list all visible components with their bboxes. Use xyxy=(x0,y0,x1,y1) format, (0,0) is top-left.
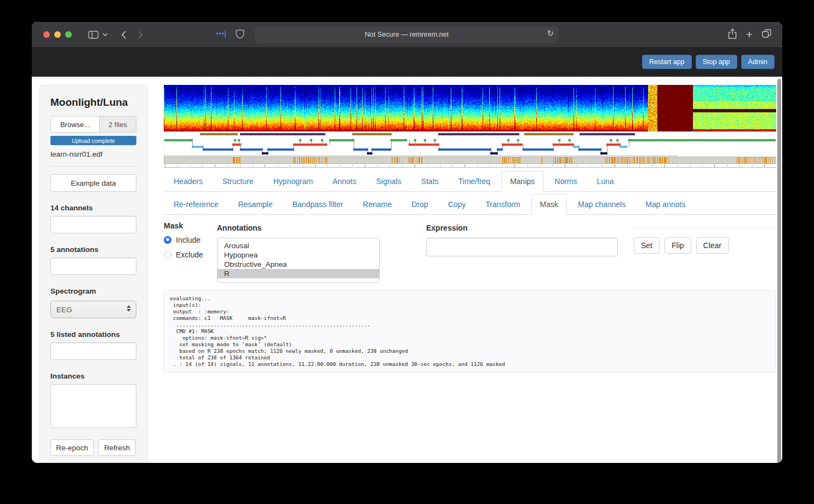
files-count-chip: 2 files xyxy=(100,116,136,133)
annotation-option[interactable]: Obstructive_Apnea xyxy=(217,260,379,269)
tab-hypnogram[interactable]: Hypnogram xyxy=(265,171,322,192)
subtab-mask[interactable]: Mask xyxy=(531,194,567,215)
tab-stats[interactable]: Stats xyxy=(412,171,448,192)
admin-button[interactable]: Admin xyxy=(741,55,775,69)
minimize-window-button[interactable] xyxy=(54,31,61,38)
sidebar-well: Moonlight/Luna Browse... 2 files Upload … xyxy=(39,85,148,463)
radio-selected-icon xyxy=(164,236,171,244)
close-window-button[interactable] xyxy=(43,31,50,38)
restart-app-button[interactable]: Restart app xyxy=(642,55,692,69)
share-icon[interactable] xyxy=(728,28,737,41)
main-tabbar: Headers Structure Hypnogram Annots Signa… xyxy=(164,171,776,192)
browser-window: •••| Not Secure — remnrem.net ↻ + xyxy=(32,22,782,463)
traffic-lights xyxy=(43,31,72,38)
select-stepper-icon xyxy=(127,305,131,312)
annotation-option-selected[interactable]: R xyxy=(217,269,379,278)
tab-structure[interactable]: Structure xyxy=(214,171,262,192)
set-button[interactable]: Set xyxy=(634,237,660,254)
re-epoch-button[interactable]: Re-epoch xyxy=(50,439,94,456)
file-upload-group: Browse... 2 files xyxy=(50,116,136,133)
instances-label: Instances xyxy=(50,372,136,380)
sidebar: Moonlight/Luna Browse... 2 files Upload … xyxy=(32,77,148,463)
back-icon[interactable] xyxy=(121,31,126,39)
tab-luna[interactable]: Luna xyxy=(588,171,623,192)
reload-icon[interactable]: ↻ xyxy=(547,28,554,38)
divider xyxy=(634,228,775,228)
viz-canvas[interactable] xyxy=(164,85,776,168)
tab-norms[interactable]: Norms xyxy=(546,171,586,192)
instances-textarea[interactable] xyxy=(50,384,136,428)
exclude-radio[interactable]: Exclude xyxy=(164,250,217,259)
main-panel: Headers Structure Hypnogram Annots Signa… xyxy=(148,77,782,463)
luna-console-output: evaluating... input(s): output : :memory… xyxy=(164,290,776,373)
subtab-copy[interactable]: Copy xyxy=(439,194,475,215)
spectrogram-label: Spectrogram xyxy=(50,287,136,295)
exclude-radio-label: Exclude xyxy=(176,250,203,259)
mask-heading: Mask xyxy=(164,221,217,230)
radio-unselected-icon xyxy=(164,251,171,259)
expression-label: Expression xyxy=(426,224,634,232)
tab-annots[interactable]: Annots xyxy=(324,171,365,192)
subtab-resample[interactable]: Resample xyxy=(230,194,282,215)
include-radio-label: Include xyxy=(176,236,200,244)
listed-annotations-label: 5 listed annotations xyxy=(50,330,136,339)
subtab-transform[interactable]: Transform xyxy=(477,194,529,215)
forward-icon xyxy=(138,31,143,39)
privacy-shield-icon[interactable] xyxy=(236,29,244,39)
clear-button[interactable]: Clear xyxy=(696,237,729,254)
app-title: Moonlight/Luna xyxy=(50,96,136,108)
tab-timefreq[interactable]: Time/freq xyxy=(450,171,500,192)
app-header: Restart app Stop app Admin xyxy=(32,47,782,77)
tab-signals[interactable]: Signals xyxy=(368,171,410,192)
tab-headers[interactable]: Headers xyxy=(165,171,211,192)
uploaded-filename: learn-nsrr01.edf xyxy=(50,150,136,158)
annotations-listbox[interactable]: Arousal Hypopnea Obstructive_Apnea R xyxy=(217,238,380,283)
mask-panel: Mask Include Exclude Annotations Arousal… xyxy=(164,220,776,283)
subtab-rename[interactable]: Rename xyxy=(354,194,400,215)
subtab-bandpass-filter[interactable]: Bandpass filter xyxy=(284,194,352,215)
example-data-button[interactable]: Example data xyxy=(50,174,136,192)
subtab-map-channels[interactable]: Map channels xyxy=(569,194,634,215)
annotations-label: 5 annotations xyxy=(50,245,136,254)
annotations-list-label: Annotations xyxy=(217,224,426,232)
stop-app-button[interactable]: Stop app xyxy=(696,55,737,69)
subtab-drop[interactable]: Drop xyxy=(403,194,437,215)
expression-input[interactable] xyxy=(426,238,618,256)
annotation-option[interactable]: Hypopnea xyxy=(217,250,379,260)
scrollbar[interactable] xyxy=(777,79,781,463)
spectrogram-select[interactable]: EEG xyxy=(50,301,136,318)
annotation-option[interactable]: Arousal xyxy=(217,241,379,250)
sidebar-toggle-icon[interactable] xyxy=(88,31,99,39)
new-tab-icon[interactable]: + xyxy=(746,31,753,38)
url-bar[interactable]: Not Secure — remnrem.net ↻ xyxy=(255,26,559,43)
manips-subtabbar: Re-reference Resample Bandpass filter Re… xyxy=(164,194,776,215)
subtab-map-annots[interactable]: Map annots xyxy=(637,194,694,215)
refresh-button[interactable]: Refresh xyxy=(98,439,136,456)
listed-annotations-input[interactable] xyxy=(50,342,136,360)
flip-button[interactable]: Flip xyxy=(664,237,691,254)
spectrogram-select-value: EEG xyxy=(56,306,72,314)
chevron-down-icon[interactable] xyxy=(102,33,108,36)
tab-overview-icon[interactable] xyxy=(762,29,771,40)
include-radio[interactable]: Include xyxy=(164,236,217,244)
browse-button[interactable]: Browse... xyxy=(50,116,100,133)
divider xyxy=(50,166,136,167)
url-text: Not Secure — remnrem.net xyxy=(365,31,449,38)
tab-group-dots-icon[interactable]: •••| xyxy=(216,30,227,37)
channels-input[interactable] xyxy=(50,216,136,233)
subtab-re-reference[interactable]: Re-reference xyxy=(165,194,227,215)
tab-manips[interactable]: Manips xyxy=(501,171,543,192)
upload-progress-bar: Upload complete xyxy=(50,136,136,145)
zoom-window-button[interactable] xyxy=(65,31,72,38)
annotations-input[interactable] xyxy=(50,257,136,275)
channels-label: 14 channels xyxy=(50,204,136,212)
browser-toolbar: •••| Not Secure — remnrem.net ↻ + xyxy=(32,22,782,47)
